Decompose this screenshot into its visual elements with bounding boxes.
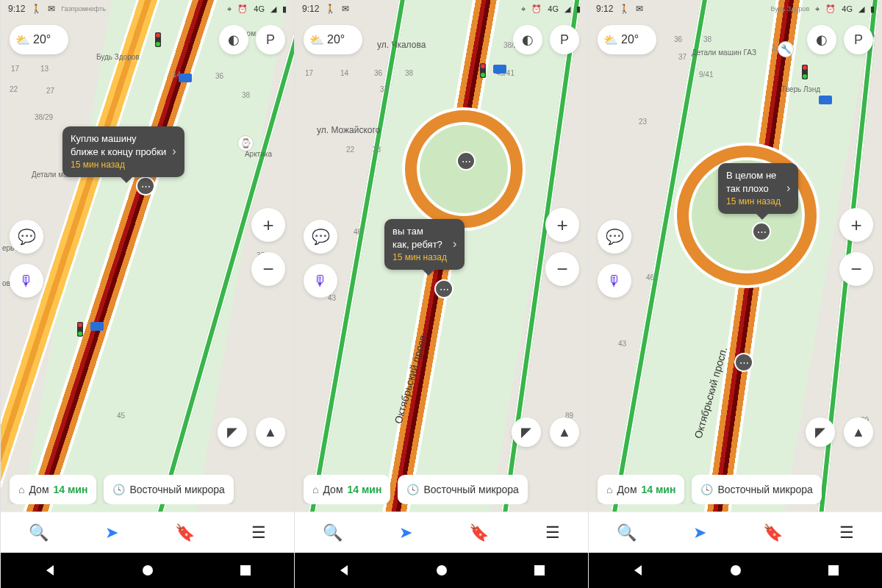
chat-tooltip[interactable]: вы там как, ребят? 15 мин назад › <box>384 219 465 270</box>
tab-navigate[interactable]: ➤ <box>681 516 718 550</box>
map-canvas[interactable]: Гном Будь Здоров Арктика Детали машин ГА… <box>1 0 294 588</box>
night-mode-button[interactable]: ◐ <box>807 25 836 54</box>
road-chat-button[interactable]: 💬 <box>10 220 43 254</box>
location-arrow-icon: ▲ <box>558 425 571 440</box>
status-gps-icon: ⌖ <box>521 4 526 14</box>
tab-search[interactable]: 🔍 <box>605 516 648 550</box>
chat-pin-icon[interactable]: ⋯ <box>434 279 453 298</box>
status-time: 9:12 <box>596 4 613 14</box>
my-location-button[interactable]: ▲ <box>844 417 873 447</box>
parking-button[interactable]: P <box>844 25 873 54</box>
chat-tooltip[interactable]: В целом не так плохо 15 мин назад › <box>718 163 798 214</box>
road-chat-button[interactable]: 💬 <box>304 220 337 254</box>
nav-home-icon[interactable] <box>435 564 448 577</box>
chat-icon: 💬 <box>606 228 624 245</box>
my-location-button[interactable]: ▲ <box>256 417 285 447</box>
nav-back-icon[interactable] <box>43 564 57 577</box>
chat-pin-icon[interactable]: ⋯ <box>734 353 753 372</box>
service-poi-icon[interactable]: 🔧 <box>778 41 794 57</box>
chat-pin-icon[interactable]: ⋯ <box>136 176 155 196</box>
status-signal-icon: ◢ <box>270 4 276 14</box>
nav-recents-icon[interactable] <box>240 564 251 576</box>
android-statusbar: 9:12 🚶 ✉ Газпромнефть ⌖ ⏰ 4G ◢ ▮ <box>1 0 294 18</box>
tab-menu[interactable]: ☰ <box>534 516 572 550</box>
compass-button[interactable]: ◤ <box>218 417 247 447</box>
poi-label: Тверь Лэнд <box>781 85 820 93</box>
mic-icon: 🎙 <box>313 273 328 290</box>
map-canvas[interactable]: Детали машин ГАЗ Тверь Лэнд Арктика Октя… <box>589 0 882 588</box>
voice-button[interactable]: 🎙 <box>10 264 43 298</box>
status-gps-icon: ⌖ <box>815 4 820 14</box>
poi-label: Будь Здоров <box>96 53 140 61</box>
phone-screen-2: 9:12 🚶 ✉ ⌖ ⏰ 4G ◢ ▮ ул. Чкалова ул. Можа… <box>294 0 588 588</box>
zoom-in-button[interactable]: + <box>839 208 873 242</box>
zoom-in-button[interactable]: + <box>545 208 579 242</box>
weather-temperature: 20° <box>621 33 639 46</box>
parking-button[interactable]: P <box>256 25 285 54</box>
chip-home[interactable]: ⌂ Дом 14 мин <box>10 475 96 504</box>
compass-button[interactable]: ◤ <box>512 417 541 447</box>
zoom-in-button[interactable]: + <box>251 208 285 242</box>
nav-recents-icon[interactable] <box>828 564 839 576</box>
tab-search[interactable]: 🔍 <box>17 516 60 550</box>
nav-recents-icon[interactable] <box>534 564 545 576</box>
zoom-out-button[interactable]: − <box>251 252 285 286</box>
chat-pin-icon[interactable]: ⋯ <box>752 222 771 241</box>
parking-icon: P <box>854 32 863 48</box>
nav-back-icon[interactable] <box>631 564 645 577</box>
voice-button[interactable]: 🎙 <box>304 264 337 298</box>
watch-poi-icon[interactable]: ⌚ <box>237 135 254 151</box>
voice-button[interactable]: 🎙 <box>598 264 631 298</box>
weather-pill[interactable]: ⛅ 20° <box>304 25 362 54</box>
status-alarm-icon: ⏰ <box>825 4 836 14</box>
status-battery-icon: ▮ <box>870 4 875 14</box>
nav-home-icon[interactable] <box>141 564 154 577</box>
status-fuel-icon: Газпромнефть <box>61 5 105 12</box>
status-net: 4G <box>842 4 853 13</box>
chat-pin-icon[interactable]: ⋯ <box>456 151 476 171</box>
chip-home[interactable]: ⌂Дом14 мин <box>304 475 390 504</box>
tab-menu[interactable]: ☰ <box>240 516 278 550</box>
tab-navigate[interactable]: ➤ <box>387 516 424 550</box>
my-location-button[interactable]: ▲ <box>550 417 579 447</box>
tab-search[interactable]: 🔍 <box>311 516 354 550</box>
minus-icon: − <box>262 258 273 281</box>
status-mail-icon: ✉ <box>342 4 349 14</box>
status-poi: Будь Здоров <box>770 5 809 12</box>
chat-tooltip[interactable]: Куплю машину ближе к концу пробки 15 мин… <box>62 126 184 177</box>
zoom-out-button[interactable]: − <box>545 252 579 286</box>
weather-temperature: 20° <box>33 33 51 46</box>
night-mode-button[interactable]: ◐ <box>513 25 542 54</box>
chip-home[interactable]: ⌂Дом14 мин <box>598 475 684 504</box>
svg-rect-5 <box>828 565 839 576</box>
chevron-right-icon: › <box>172 144 176 159</box>
chip-destination-2[interactable]: 🕓 Восточный микрора <box>104 475 233 504</box>
zoom-out-button[interactable]: − <box>839 252 873 286</box>
status-net: 4G <box>254 4 265 13</box>
weather-pill[interactable]: ⛅ 20° <box>598 25 656 54</box>
traffic-light-icon <box>155 32 161 47</box>
nav-back-icon[interactable] <box>337 564 351 577</box>
chip-destination-2[interactable]: 🕓Восточный микрора <box>398 475 527 504</box>
tab-bookmarks[interactable]: 🔖 <box>457 516 501 550</box>
weather-icon: ⛅ <box>309 33 324 47</box>
status-walk-icon: 🚶 <box>619 4 630 14</box>
parking-button[interactable]: P <box>550 25 579 54</box>
compass-button[interactable]: ◤ <box>806 417 835 447</box>
weather-icon: ⛅ <box>603 33 618 47</box>
road-chat-button[interactable]: 💬 <box>598 220 631 254</box>
tab-menu[interactable]: ☰ <box>828 516 866 550</box>
tab-navigate[interactable]: ➤ <box>93 516 130 550</box>
map-canvas[interactable]: ул. Чкалова ул. Можайского Октябрьский п… <box>295 0 588 588</box>
svg-rect-3 <box>534 565 545 576</box>
tab-bookmarks[interactable]: 🔖 <box>751 516 795 550</box>
status-signal-icon: ◢ <box>858 4 864 14</box>
tab-bookmarks[interactable]: 🔖 <box>163 516 207 550</box>
weather-pill[interactable]: ⛅ 20° <box>10 25 68 54</box>
chip-destination-2[interactable]: 🕓Восточный микрора <box>692 475 821 504</box>
nav-home-icon[interactable] <box>729 564 742 577</box>
svg-point-4 <box>731 565 741 576</box>
night-mode-button[interactable]: ◐ <box>219 25 248 54</box>
status-mail-icon: ✉ <box>48 4 55 14</box>
chevron-right-icon: › <box>453 237 456 252</box>
